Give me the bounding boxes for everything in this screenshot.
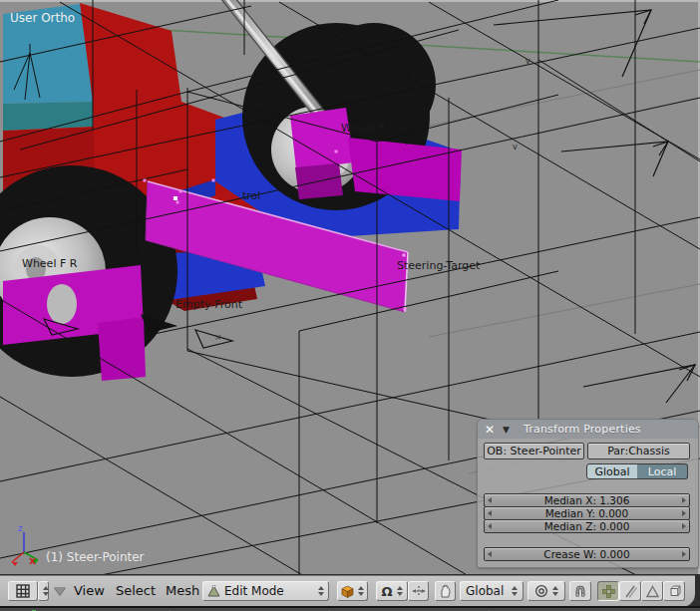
blender-window: Wheel F L Wheel F R Steering-Target Empt… bbox=[0, 0, 700, 611]
header-collapse-icon[interactable] bbox=[54, 587, 66, 595]
tick-mark-v1: v bbox=[513, 143, 518, 152]
tick-mark-star: × bbox=[214, 332, 222, 342]
increment-arrow[interactable] bbox=[682, 497, 686, 503]
collapse-triangle-icon[interactable]: ▼ bbox=[503, 425, 510, 435]
editor-divider-strip bbox=[0, 606, 700, 611]
tick-mark-v2: v bbox=[525, 57, 530, 66]
label-wheel-fl: Wheel F L bbox=[341, 122, 396, 135]
orientation-dropdown[interactable]: Global bbox=[460, 581, 524, 601]
pivot-omega-icon: Ω bbox=[381, 584, 392, 599]
label-wheel-fr: Wheel F R bbox=[22, 257, 78, 270]
median-x-slider[interactable]: Median X: 1.306 bbox=[484, 493, 690, 507]
panel-header[interactable]: ✕ ▼ Transform Properties bbox=[478, 420, 698, 439]
axis-z-label: z bbox=[18, 523, 23, 533]
draw-type-dropdown[interactable] bbox=[337, 581, 368, 601]
panel-title: Transform Properties bbox=[524, 423, 641, 436]
transform-properties-panel: ✕ ▼ Transform Properties OB: Steer-Point… bbox=[477, 419, 699, 568]
magnet-icon bbox=[573, 584, 587, 598]
median-z-slider[interactable]: Median Z: 0.000 bbox=[484, 519, 690, 533]
view-mode-label: User Ortho bbox=[10, 11, 75, 25]
dashed-move-icon bbox=[412, 584, 426, 598]
menu-mesh[interactable]: Mesh bbox=[166, 583, 199, 598]
label-partial-control: trol bbox=[242, 189, 260, 202]
mode-dropdown[interactable]: Edit Mode bbox=[202, 581, 329, 601]
increment-arrow[interactable] bbox=[682, 523, 686, 529]
decrement-arrow[interactable] bbox=[488, 510, 492, 516]
median-x-value: Median X: 1.306 bbox=[544, 494, 630, 506]
median-y-value: Median Y: 0.000 bbox=[545, 507, 628, 519]
editor-type-stepper[interactable] bbox=[38, 581, 49, 601]
active-object-status: (1) Steer-Pointer bbox=[46, 550, 145, 564]
global-button[interactable]: Global bbox=[586, 463, 638, 479]
snap-button[interactable] bbox=[569, 581, 591, 601]
decrement-arrow[interactable] bbox=[488, 523, 492, 529]
edge-mode-icon bbox=[624, 585, 637, 598]
viewport-header-bar: View Select Mesh Edit Mode Ω bbox=[0, 575, 695, 608]
occlude-geometry-button[interactable] bbox=[663, 581, 685, 601]
viewport-border-top bbox=[0, 0, 700, 2]
median-y-slider[interactable]: Median Y: 0.000 bbox=[484, 506, 690, 520]
circle-dot-icon bbox=[534, 584, 548, 598]
menu-view[interactable]: View bbox=[74, 583, 105, 598]
manipulator-hand-button[interactable] bbox=[435, 581, 456, 601]
pivot-center-dropdown[interactable] bbox=[527, 581, 565, 601]
label-steering-target: Steering-Target bbox=[397, 259, 481, 272]
hand-icon bbox=[439, 584, 452, 598]
face-select-mode-button[interactable] bbox=[641, 581, 663, 601]
manipulator-button[interactable] bbox=[408, 581, 429, 601]
edge-select-mode-button[interactable] bbox=[619, 581, 641, 601]
menu-select[interactable]: Select bbox=[116, 583, 156, 598]
crease-w-value: Crease W: 0.000 bbox=[543, 548, 629, 560]
editor-type-button[interactable] bbox=[8, 581, 38, 601]
orientation-dropdown-label: Global bbox=[466, 584, 504, 598]
decrement-arrow[interactable] bbox=[488, 551, 492, 557]
pivot-dropdown[interactable]: Ω bbox=[376, 581, 408, 601]
median-z-value: Median Z: 0.000 bbox=[544, 520, 630, 532]
grid-icon bbox=[16, 584, 30, 598]
object-name-field[interactable]: OB: Steer-Pointer bbox=[484, 443, 584, 459]
face-mode-icon bbox=[646, 585, 659, 598]
close-icon[interactable]: ✕ bbox=[485, 423, 495, 437]
solid-cube-icon bbox=[341, 585, 354, 598]
increment-arrow[interactable] bbox=[682, 551, 686, 557]
vertex-mode-icon bbox=[602, 585, 615, 598]
label-empty-front: Empty-Front bbox=[175, 298, 243, 311]
increment-arrow[interactable] bbox=[682, 510, 686, 516]
parent-field[interactable]: Par:Chassis bbox=[587, 443, 690, 459]
decrement-arrow[interactable] bbox=[488, 497, 492, 503]
vertex-select-mode-button[interactable] bbox=[597, 581, 619, 601]
cube-outline-icon bbox=[667, 584, 681, 598]
mode-dropdown-label: Edit Mode bbox=[224, 584, 284, 598]
local-button[interactable]: Local bbox=[637, 463, 688, 479]
crease-w-slider[interactable]: Crease W: 0.000 bbox=[484, 547, 690, 561]
editmode-icon bbox=[207, 585, 220, 597]
